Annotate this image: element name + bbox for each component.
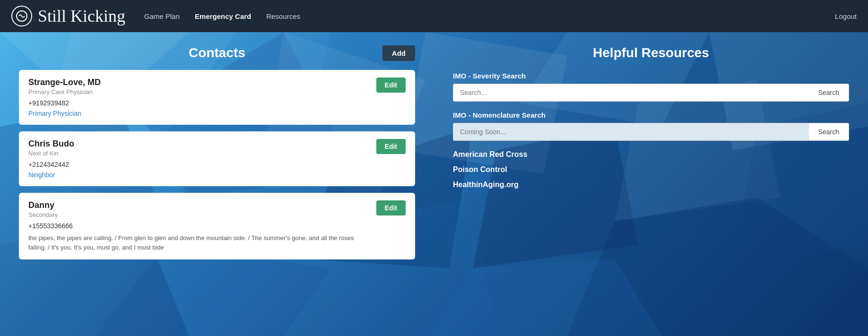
contacts-title: Contacts [189, 45, 245, 60]
add-contact-button[interactable]: Add [382, 45, 415, 61]
contact-info-1: Strange-Love, MD Primary Care Physician … [28, 78, 369, 117]
resources-panel: Helpful Resources IMO - Severity Search … [434, 32, 868, 336]
contacts-panel: Contacts Add Strange-Love, MD Primary Ca… [0, 32, 434, 336]
resource-link-healthinaging[interactable]: HealthinAging.org [453, 181, 849, 189]
contact-card-1-header: Strange-Love, MD Primary Care Physician … [28, 78, 406, 117]
navbar: Still Kicking Game Plan Emergency Card R… [0, 0, 868, 32]
resources-title: Helpful Resources [453, 45, 849, 60]
contact-role-1: Primary Care Physician [28, 88, 369, 95]
imo-severity-section: IMO - Severity Search Search [453, 72, 849, 102]
edit-contact-2-button[interactable]: Edit [376, 139, 406, 154]
contact-note-3: the pipes, the pipes are calling. / From… [28, 233, 369, 252]
edit-contact-1-button[interactable]: Edit [376, 78, 406, 93]
contact-role-3: Secondary [28, 211, 369, 218]
contact-tag-1: Primary Physician [28, 110, 369, 117]
imo-nomenclature-search-button[interactable]: Search [809, 123, 849, 141]
contact-card-1: Strange-Love, MD Primary Care Physician … [19, 70, 415, 125]
imo-nomenclature-section: IMO - Nomenclature Search Search [453, 111, 849, 141]
contact-card-3-header: Danny Secondary +15553336666 the pipes, … [28, 200, 406, 252]
contact-info-2: Chris Budo Next of Kin +2124342442 Neigh… [28, 139, 369, 179]
contact-card-2-header: Chris Budo Next of Kin +2124342442 Neigh… [28, 139, 406, 179]
nav-gameplan[interactable]: Game Plan [144, 12, 180, 20]
edit-contact-3-button[interactable]: Edit [376, 200, 406, 215]
imo-severity-search-button[interactable]: Search [809, 84, 849, 102]
logo-icon [11, 6, 32, 26]
resource-link-redcross[interactable]: American Red Cross [453, 150, 849, 159]
logout-button[interactable]: Logout [835, 12, 857, 20]
contact-role-2: Next of Kin [28, 150, 369, 157]
imo-nomenclature-search-input[interactable] [453, 123, 809, 141]
contact-card-3: Danny Secondary +15553336666 the pipes, … [19, 193, 415, 259]
imo-severity-search-row: Search [453, 84, 849, 102]
contact-name-2: Chris Budo [28, 139, 369, 149]
resource-link-poisoncontrol[interactable]: Poison Control [453, 165, 849, 174]
main-area: Contacts Add Strange-Love, MD Primary Ca… [0, 32, 868, 336]
imo-nomenclature-search-row: Search [453, 123, 849, 141]
contact-name-3: Danny [28, 200, 369, 210]
contacts-header: Contacts Add [19, 45, 415, 60]
imo-nomenclature-label: IMO - Nomenclature Search [453, 111, 849, 119]
imo-severity-search-input[interactable] [453, 84, 809, 102]
contact-phone-2: +2124342442 [28, 161, 369, 168]
nav-resources[interactable]: Resources [266, 12, 300, 20]
contact-phone-1: +9192939482 [28, 99, 369, 107]
nav-emergencycard[interactable]: Emergency Card [195, 12, 251, 20]
contact-card-2: Chris Budo Next of Kin +2124342442 Neigh… [19, 131, 415, 186]
contact-tag-2: Neighbor [28, 171, 369, 179]
imo-severity-label: IMO - Severity Search [453, 72, 849, 80]
contact-name-1: Strange-Love, MD [28, 78, 369, 87]
contact-phone-3: +15553336666 [28, 222, 369, 230]
contact-info-3: Danny Secondary +15553336666 the pipes, … [28, 200, 369, 252]
brand-name: Still Kicking [38, 6, 125, 26]
nav-links: Game Plan Emergency Card Resources [144, 12, 300, 20]
